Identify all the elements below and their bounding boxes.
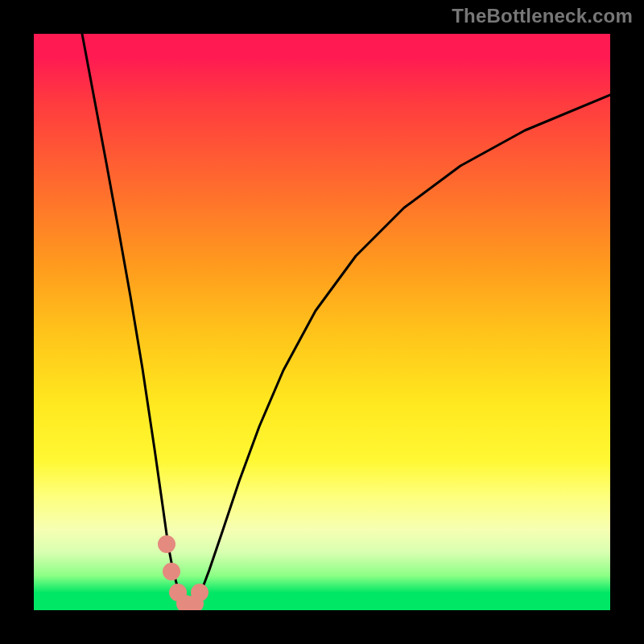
data-point	[158, 535, 175, 553]
data-point	[191, 584, 208, 601]
data-point	[163, 563, 180, 580]
outer-frame: TheBottleneck.com	[0, 0, 644, 644]
plot-area	[34, 34, 610, 610]
chart-svg	[34, 34, 610, 610]
dots-right	[186, 584, 208, 610]
watermark-text: TheBottleneck.com	[452, 5, 633, 27]
curve-right	[192, 95, 610, 609]
curve-left	[82, 34, 192, 609]
